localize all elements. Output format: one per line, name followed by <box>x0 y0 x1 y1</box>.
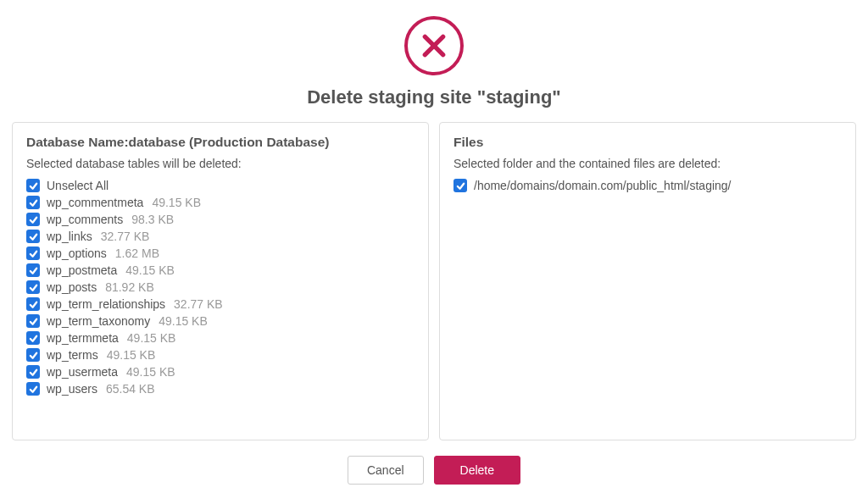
table-size: 49.15 KB <box>107 348 156 362</box>
checkbox-checked-icon[interactable] <box>26 382 40 396</box>
table-size: 65.54 KB <box>106 382 155 396</box>
dialog-footer: Cancel Delete <box>12 440 856 493</box>
table-name: wp_termmeta <box>47 331 119 345</box>
table-name: wp_users <box>47 382 97 396</box>
file-path-label: /home/domains/domain.com/public_html/sta… <box>474 179 732 192</box>
table-size: 32.77 KB <box>174 297 223 311</box>
database-panel: Database Name:database (Production Datab… <box>12 122 429 440</box>
checkbox-checked-icon[interactable] <box>26 179 40 192</box>
database-subtitle: Selected database tables will be deleted… <box>26 157 415 170</box>
table-row[interactable]: wp_commentmeta49.15 KB <box>26 196 415 209</box>
files-panel: Files Selected folder and the contained … <box>439 122 856 440</box>
table-name: wp_postmeta <box>47 263 117 277</box>
table-size: 81.92 KB <box>105 280 154 294</box>
table-name: wp_usermeta <box>47 365 118 379</box>
checkbox-checked-icon[interactable] <box>26 196 40 209</box>
table-size: 32.77 KB <box>101 230 150 243</box>
checkbox-checked-icon[interactable] <box>26 314 40 328</box>
files-heading: Files <box>453 135 842 150</box>
table-row[interactable]: wp_posts81.92 KB <box>26 280 415 294</box>
unselect-all-row[interactable]: Unselect All <box>26 179 415 192</box>
table-row[interactable]: wp_users65.54 KB <box>26 382 415 396</box>
table-row[interactable]: wp_terms49.15 KB <box>26 348 415 362</box>
table-name: wp_term_taxonomy <box>47 314 150 328</box>
table-size: 49.15 KB <box>125 263 175 277</box>
table-row[interactable]: wp_termmeta49.15 KB <box>26 331 415 345</box>
table-name: wp_comments <box>47 213 123 226</box>
checkbox-checked-icon[interactable] <box>26 230 40 243</box>
table-name: wp_commentmeta <box>47 196 143 209</box>
file-path-row[interactable]: /home/domains/domain.com/public_html/sta… <box>453 179 842 192</box>
table-size: 98.3 KB <box>131 213 174 226</box>
checkbox-checked-icon[interactable] <box>26 280 40 294</box>
unselect-all-label: Unselect All <box>47 179 108 192</box>
table-row[interactable]: wp_comments98.3 KB <box>26 213 415 226</box>
checkbox-checked-icon[interactable] <box>26 213 40 226</box>
tables-list: wp_commentmeta49.15 KBwp_comments98.3 KB… <box>26 196 415 396</box>
close-x-icon <box>404 16 464 75</box>
table-row[interactable]: wp_term_taxonomy49.15 KB <box>26 314 415 328</box>
files-subtitle: Selected folder and the contained files … <box>453 157 842 170</box>
delete-dialog: Delete staging site "staging" Database N… <box>0 0 868 493</box>
checkbox-checked-icon[interactable] <box>453 179 467 192</box>
table-name: wp_terms <box>47 348 98 362</box>
database-heading: Database Name:database (Production Datab… <box>26 135 415 150</box>
table-size: 49.15 KB <box>152 196 201 209</box>
table-row[interactable]: wp_term_relationships32.77 KB <box>26 297 415 311</box>
checkbox-checked-icon[interactable] <box>26 297 40 311</box>
table-name: wp_term_relationships <box>47 297 165 311</box>
checkbox-checked-icon[interactable] <box>26 365 40 379</box>
table-row[interactable]: wp_links32.77 KB <box>26 230 415 243</box>
table-row[interactable]: wp_usermeta49.15 KB <box>26 365 415 379</box>
dialog-title: Delete staging site "staging" <box>12 86 856 108</box>
table-name: wp_options <box>47 246 107 260</box>
checkbox-checked-icon[interactable] <box>26 331 40 345</box>
table-row[interactable]: wp_postmeta49.15 KB <box>26 263 415 277</box>
cancel-button[interactable]: Cancel <box>348 456 424 485</box>
table-size: 49.15 KB <box>127 331 176 345</box>
delete-button[interactable]: Delete <box>434 456 520 485</box>
table-name: wp_posts <box>47 280 97 294</box>
checkbox-checked-icon[interactable] <box>26 348 40 362</box>
table-name: wp_links <box>47 230 92 243</box>
table-size: 49.15 KB <box>126 365 175 379</box>
checkbox-checked-icon[interactable] <box>26 246 40 260</box>
table-size: 49.15 KB <box>159 314 208 328</box>
table-row[interactable]: wp_options1.62 MB <box>26 246 415 260</box>
table-size: 1.62 MB <box>115 246 159 260</box>
dialog-icon-wrap <box>12 16 856 75</box>
checkbox-checked-icon[interactable] <box>26 263 40 277</box>
